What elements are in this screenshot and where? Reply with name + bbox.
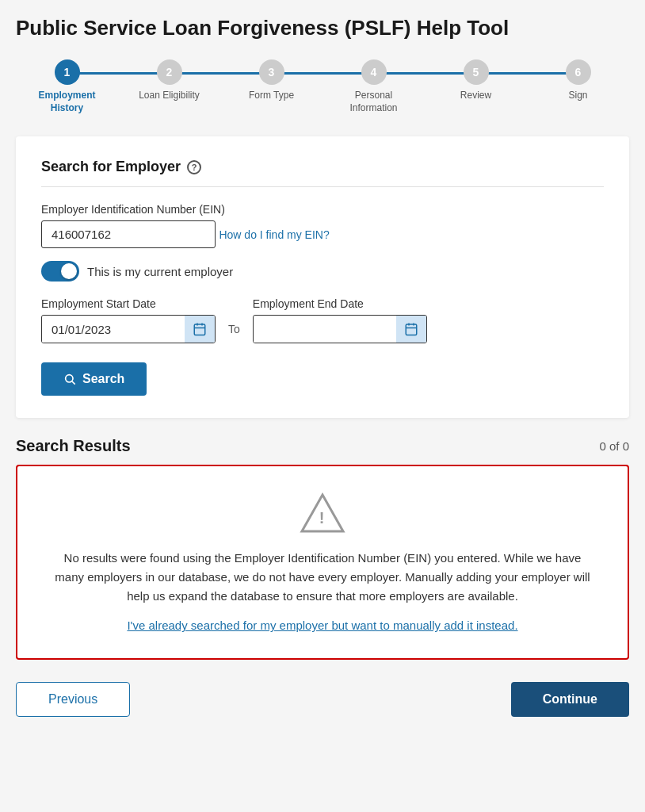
help-icon[interactable]: ? <box>187 160 201 174</box>
step-circle-4: 4 <box>361 59 387 85</box>
svg-rect-4 <box>406 324 417 335</box>
svg-point-8 <box>66 375 73 382</box>
current-employer-toggle-row: This is my current employer <box>41 261 604 282</box>
toggle-label: This is my current employer <box>87 265 233 278</box>
start-date-label: Employment Start Date <box>41 297 216 310</box>
step-3[interactable]: 3 Form Type <box>220 59 322 102</box>
section-title-text: Search for Employer <box>41 159 181 175</box>
end-date-calendar-button[interactable] <box>396 316 426 343</box>
end-date-input[interactable] <box>254 316 396 343</box>
step-circle-3: 3 <box>259 59 284 85</box>
to-label: To <box>228 323 240 335</box>
page-title: Public Service Loan Forgiveness (PSLF) H… <box>16 16 629 40</box>
svg-rect-0 <box>194 324 205 335</box>
progress-bar: 1 EmploymentHistory 2 Loan Eligibility 3… <box>16 59 629 114</box>
search-button-label: Search <box>82 372 124 386</box>
no-results-box: ! No results were found using the Employ… <box>16 465 629 660</box>
results-count: 0 of 0 <box>599 439 629 453</box>
step-circle-6: 6 <box>566 59 591 85</box>
ein-input[interactable] <box>41 220 216 248</box>
ein-help-link[interactable]: How do I find my EIN? <box>219 228 329 241</box>
step-label-2: Loan Eligibility <box>139 90 200 102</box>
step-circle-5: 5 <box>464 59 489 85</box>
step-circle-1: 1 <box>55 59 80 85</box>
start-date-input-wrap <box>41 315 216 343</box>
manual-add-link[interactable]: I've already searched for my employer bu… <box>127 619 517 632</box>
section-divider <box>41 186 604 187</box>
step-5[interactable]: 5 Review <box>425 59 527 102</box>
warning-icon-wrap: ! <box>49 492 596 536</box>
start-date-calendar-button[interactable] <box>185 316 215 343</box>
end-date-label: Employment End Date <box>253 297 427 310</box>
results-title: Search Results <box>16 437 131 455</box>
calendar-icon <box>193 322 207 336</box>
form-section-title: Search for Employer ? <box>41 159 604 175</box>
navigation-buttons: Previous Continue <box>16 682 629 717</box>
search-icon <box>63 373 76 385</box>
end-date-input-wrap <box>253 315 427 343</box>
search-results-section: Search Results 0 of 0 ! No results were … <box>16 437 629 660</box>
step-label-4: PersonalInformation <box>349 90 397 114</box>
svg-text:!: ! <box>319 509 325 527</box>
start-date-input[interactable] <box>42 316 185 343</box>
svg-line-9 <box>72 381 75 385</box>
calendar-icon <box>404 322 418 336</box>
continue-button[interactable]: Continue <box>511 682 629 717</box>
warning-triangle-icon: ! <box>299 492 346 533</box>
step-label-6: Sign <box>568 90 587 102</box>
step-label-3: Form Type <box>249 90 294 102</box>
step-2[interactable]: 2 Loan Eligibility <box>118 59 220 102</box>
step-label-1: EmploymentHistory <box>38 90 95 114</box>
step-4[interactable]: 4 PersonalInformation <box>322 59 425 114</box>
step-label-5: Review <box>460 90 491 102</box>
step-circle-2: 2 <box>157 59 182 85</box>
no-results-message: No results were found using the Employer… <box>49 549 596 606</box>
end-date-group: Employment End Date <box>253 297 427 343</box>
ein-label: Employer Identification Number (EIN) <box>41 203 604 216</box>
start-date-group: Employment Start Date <box>41 297 216 343</box>
search-button[interactable]: Search <box>41 362 147 396</box>
date-row: Employment Start Date To Employment End … <box>41 297 604 343</box>
previous-button[interactable]: Previous <box>16 682 130 717</box>
search-form-card: Search for Employer ? Employer Identific… <box>16 136 629 418</box>
step-1[interactable]: 1 EmploymentHistory <box>16 59 118 114</box>
step-6[interactable]: 6 Sign <box>527 59 629 102</box>
results-header: Search Results 0 of 0 <box>16 437 629 455</box>
current-employer-toggle[interactable] <box>41 261 79 282</box>
